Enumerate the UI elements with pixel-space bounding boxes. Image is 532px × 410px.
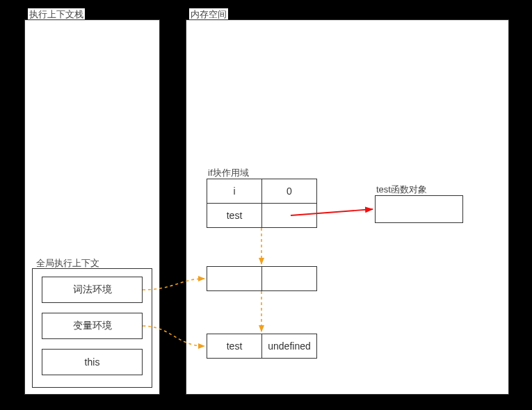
var-env-row-value: undefined: [261, 334, 317, 359]
lexical-environment: 词法环境: [42, 277, 143, 303]
if-scope-row0-value: 0: [261, 179, 317, 204]
lexical-env-row-value: [261, 266, 317, 291]
if-scope-row1-value: [261, 203, 317, 228]
this-binding: this: [42, 349, 143, 375]
test-function-object: [375, 195, 463, 223]
test-function-object-label: test函数对象: [375, 183, 428, 196]
lexical-env-row-key: [207, 266, 262, 291]
var-env-row-key: test: [207, 334, 262, 359]
if-scope-row1-key: test: [207, 203, 262, 228]
variable-environment: 变量环境: [42, 313, 143, 339]
if-scope-row0-key: i: [207, 179, 262, 204]
if-block-scope-label: if块作用域: [207, 167, 250, 179]
